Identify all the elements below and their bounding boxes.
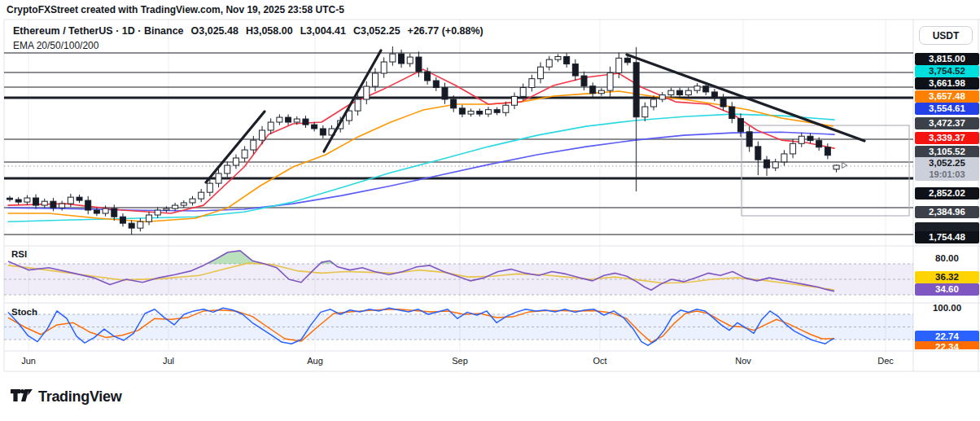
price-label: 80.00 — [915, 252, 979, 265]
horizontal-level-lines[interactable] — [4, 53, 913, 235]
price-label: 3,815.00 — [915, 53, 979, 65]
ema20-line — [8, 69, 834, 213]
price-label: 3,052.2519:01:03 — [915, 157, 979, 181]
symbol-title[interactable]: Ethereum / TetherUS · 1D · Binance — [13, 25, 184, 37]
price-label: 3,472.37 — [915, 117, 979, 129]
ohlc-open: O3,025.48 — [191, 25, 238, 37]
time-label-jul: Jul — [163, 356, 174, 366]
price-label: 22.34 — [915, 341, 979, 349]
stoch-pane-title[interactable]: Stoch — [11, 307, 37, 317]
ohlc-low: L3,004.41 — [300, 25, 346, 37]
price-label: 3,661.98 — [915, 77, 979, 90]
price-label: 3,554.61 — [915, 103, 979, 115]
price-label: 3,657.48 — [915, 90, 979, 103]
time-label-nov: Nov — [735, 356, 751, 366]
tradingview-logo[interactable]: TradingView — [11, 387, 121, 406]
price-label: 2,852.02 — [915, 187, 979, 200]
time-label-sep: Sep — [452, 356, 468, 366]
ohlc-high: H3,058.00 — [246, 25, 293, 37]
price-label: 34.60 — [915, 283, 979, 296]
price-label: 3,105.52 — [915, 146, 979, 158]
time-label-oct: Oct — [593, 356, 606, 366]
price-label: 2,384.96 — [915, 206, 979, 218]
time-label-aug: Aug — [307, 356, 323, 366]
time-label-dec: Dec — [877, 356, 894, 366]
ema50-line — [8, 91, 833, 221]
clipped-label-wrap: 22.34 — [915, 341, 979, 349]
ema-indicator-legend[interactable]: EMA 20/50/100/200 — [13, 40, 98, 51]
rsi-pane — [4, 251, 913, 295]
ema200-line — [8, 132, 834, 211]
rsi-pane-title[interactable]: RSI — [11, 249, 27, 259]
stoch-pane — [4, 308, 913, 345]
symbol-legend[interactable]: Ethereum / TetherUS · 1D · Binance O3,02… — [13, 25, 483, 37]
candlesticks — [7, 46, 840, 235]
price-change: +26.77 (+0.88%) — [408, 25, 483, 37]
ohlc-close: C3,052.25 — [353, 25, 400, 37]
price-label: 100.00 — [915, 302, 979, 314]
price-label: 3,339.37 — [915, 132, 979, 144]
price-label: 36.32 — [915, 271, 979, 283]
tradingview-logo-icon — [11, 387, 33, 406]
grid-lines — [28, 20, 886, 351]
price-label: 1,754.48 — [915, 231, 979, 243]
tradingview-chart-widget: CryptoFXStreet created with TradingView.… — [0, 0, 980, 421]
price-marker — [842, 163, 847, 169]
countdown-timer: 19:01:03 — [915, 169, 979, 180]
ema-lines — [8, 69, 834, 221]
tradingview-wordmark: TradingView — [38, 388, 121, 406]
price-label: 3,754.52 — [915, 65, 979, 77]
ema100-line — [8, 114, 834, 221]
time-label-jun: Jun — [21, 356, 36, 366]
